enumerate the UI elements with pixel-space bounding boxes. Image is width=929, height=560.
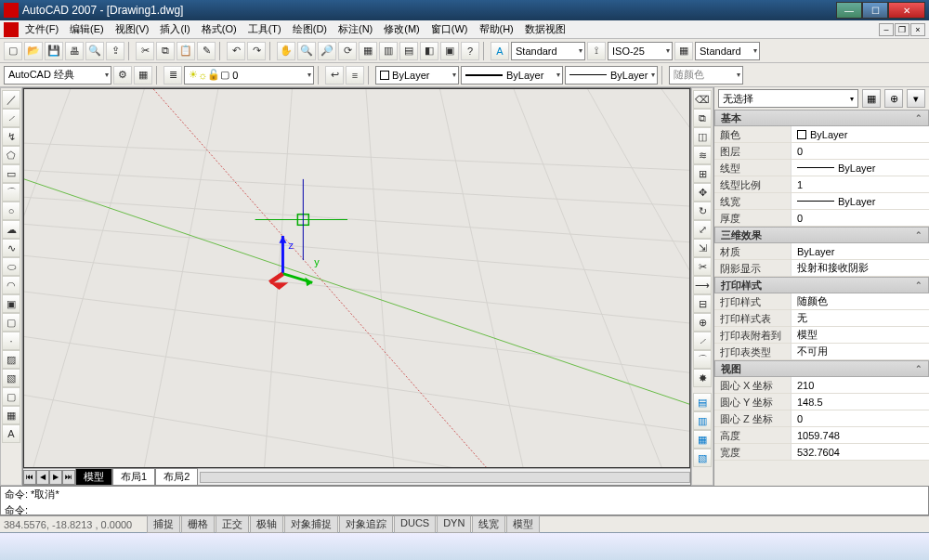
circle-icon[interactable]: ○ <box>2 202 20 220</box>
ellipse-icon[interactable]: ⬭ <box>2 257 20 276</box>
color-combo[interactable]: ByLayer▾ <box>375 66 459 85</box>
os-taskbar[interactable] <box>0 532 929 560</box>
palette2-icon[interactable]: ▥ <box>693 411 712 430</box>
tab-layout2[interactable]: 布局2 <box>155 468 198 486</box>
minimize-button[interactable]: — <box>836 2 862 19</box>
mdi-close[interactable]: × <box>910 23 925 36</box>
extend-icon[interactable]: ⟶ <box>693 276 712 294</box>
quickselect-icon[interactable]: ▦ <box>862 89 881 108</box>
section-basic[interactable]: 基本⌃ <box>714 110 929 126</box>
rectangle-icon[interactable]: ▭ <box>2 164 20 183</box>
move-icon[interactable]: ✥ <box>693 183 712 202</box>
layer-state-icon[interactable]: ≡ <box>346 66 364 85</box>
plotstyle-combo[interactable]: 随颜色▾ <box>669 66 743 85</box>
calc-icon[interactable]: ▣ <box>440 42 459 60</box>
menu-tools[interactable]: 工具(T) <box>243 20 286 38</box>
polyline-icon[interactable]: ↯ <box>2 127 20 146</box>
redo-icon[interactable]: ↷ <box>247 42 266 60</box>
tab-layout1[interactable]: 布局1 <box>112 468 155 486</box>
property-value[interactable]: 0 <box>791 410 929 426</box>
layer-prev-icon[interactable]: ↩ <box>325 66 344 85</box>
region-icon[interactable]: ▢ <box>2 387 20 406</box>
property-row[interactable]: 打印表类型不可用 <box>714 344 929 360</box>
undo-icon[interactable]: ↶ <box>227 42 245 60</box>
mirror-icon[interactable]: ◫ <box>693 127 712 146</box>
rotate-icon[interactable]: ↻ <box>693 202 712 220</box>
layer-combo[interactable]: ☀☼🔓▢ 0▾ <box>184 66 314 85</box>
array-icon[interactable]: ⊞ <box>693 164 712 183</box>
property-value[interactable]: ByLayer <box>791 160 929 176</box>
menu-help[interactable]: 帮助(H) <box>475 20 518 38</box>
property-value[interactable]: 1 <box>791 176 929 192</box>
property-value[interactable]: 无 <box>791 310 929 326</box>
pickadd-icon[interactable]: ⊕ <box>884 89 903 108</box>
block-icon[interactable]: ▣ <box>2 294 20 313</box>
property-row[interactable]: 打印样式表无 <box>714 310 929 327</box>
spline-icon[interactable]: ∿ <box>2 239 20 257</box>
mdi-restore[interactable]: ❐ <box>895 23 909 36</box>
property-row[interactable]: 线型ByLayer <box>714 160 929 176</box>
property-row[interactable]: 高度1059.748 <box>714 427 929 444</box>
mdi-min[interactable]: – <box>879 23 894 36</box>
save-icon[interactable]: 💾 <box>45 42 63 60</box>
property-row[interactable]: 宽度532.7604 <box>714 444 929 461</box>
tab-next[interactable]: ▶ <box>49 470 62 485</box>
property-row[interactable]: 线型比例1 <box>714 176 929 193</box>
scale-icon[interactable]: ⤢ <box>693 220 712 239</box>
menu-dimension[interactable]: 标注(N) <box>334 20 377 38</box>
menu-window[interactable]: 窗口(W) <box>426 20 473 38</box>
erase-icon[interactable]: ⌫ <box>693 90 712 109</box>
status-toggle[interactable]: DYN <box>437 515 471 533</box>
mtext-icon[interactable]: A <box>2 424 20 443</box>
dimstyle-icon[interactable]: ⟟ <box>587 42 606 60</box>
status-toggle[interactable]: 捕捉 <box>147 515 180 533</box>
orbit-icon[interactable]: ⟳ <box>338 42 357 60</box>
workspace-combo[interactable]: AutoCAD 经典▾ <box>4 66 111 85</box>
polygon-icon[interactable]: ⬠ <box>2 146 20 164</box>
preview-icon[interactable]: 🔍 <box>85 42 104 60</box>
cut-icon[interactable]: ✂ <box>136 42 154 60</box>
tab-prev[interactable]: ◀ <box>36 470 49 485</box>
menu-file[interactable]: 文件(F) <box>20 20 63 38</box>
property-row[interactable]: 圆心 Z 坐标0 <box>714 410 929 427</box>
status-toggle[interactable]: 正交 <box>216 515 249 533</box>
property-value[interactable]: 532.7604 <box>791 444 929 460</box>
dcenter-icon[interactable]: ▦ <box>359 42 377 60</box>
textstyle-icon[interactable]: A <box>491 42 509 60</box>
fillet-icon[interactable]: ⌒ <box>693 350 712 369</box>
ws-tool-icon[interactable]: ▦ <box>134 66 152 85</box>
property-row[interactable]: 颜色ByLayer <box>714 126 929 143</box>
status-toggle[interactable]: 极轴 <box>250 515 283 533</box>
chamfer-icon[interactable]: ⟋ <box>693 332 712 350</box>
makeblock-icon[interactable]: ▢ <box>2 313 20 332</box>
property-row[interactable]: 材质ByLayer <box>714 243 929 260</box>
table-style-combo[interactable]: Standard▾ <box>695 42 760 60</box>
property-value[interactable]: 投射和接收阴影 <box>791 260 929 276</box>
menu-edit[interactable]: 编辑(E) <box>65 20 109 38</box>
status-toggle[interactable]: 线宽 <box>472 515 505 533</box>
open-icon[interactable]: 📂 <box>24 42 43 60</box>
join-icon[interactable]: ⊕ <box>693 313 712 332</box>
property-value[interactable]: 0 <box>791 143 929 159</box>
explode-icon[interactable]: ✸ <box>693 369 712 387</box>
maximize-button[interactable]: ☐ <box>862 2 888 19</box>
ws-settings-icon[interactable]: ⚙ <box>113 66 132 85</box>
new-icon[interactable]: ▢ <box>4 42 22 60</box>
section-view[interactable]: 视图⌃ <box>714 360 929 377</box>
point-icon[interactable]: · <box>2 332 20 350</box>
status-toggle[interactable]: 栅格 <box>181 515 215 533</box>
status-toggle[interactable]: 对象捕捉 <box>284 515 338 533</box>
hatch-icon[interactable]: ▨ <box>2 350 20 369</box>
break-icon[interactable]: ⊟ <box>693 294 712 313</box>
section-print[interactable]: 打印样式⌃ <box>714 277 929 293</box>
text-style-combo[interactable]: Standard▾ <box>511 42 585 60</box>
publish-icon[interactable]: ⇪ <box>106 42 124 60</box>
xline-icon[interactable]: ⟋ <box>2 109 20 127</box>
stretch-icon[interactable]: ⇲ <box>693 239 712 257</box>
tool-icon[interactable]: ▥ <box>379 42 398 60</box>
sheet-icon[interactable]: ▤ <box>399 42 418 60</box>
property-value[interactable]: 模型 <box>791 327 929 343</box>
selection-combo[interactable]: 无选择▾ <box>718 89 858 108</box>
arc-icon[interactable]: ⌒ <box>2 183 20 202</box>
property-row[interactable]: 线宽ByLayer <box>714 193 929 210</box>
